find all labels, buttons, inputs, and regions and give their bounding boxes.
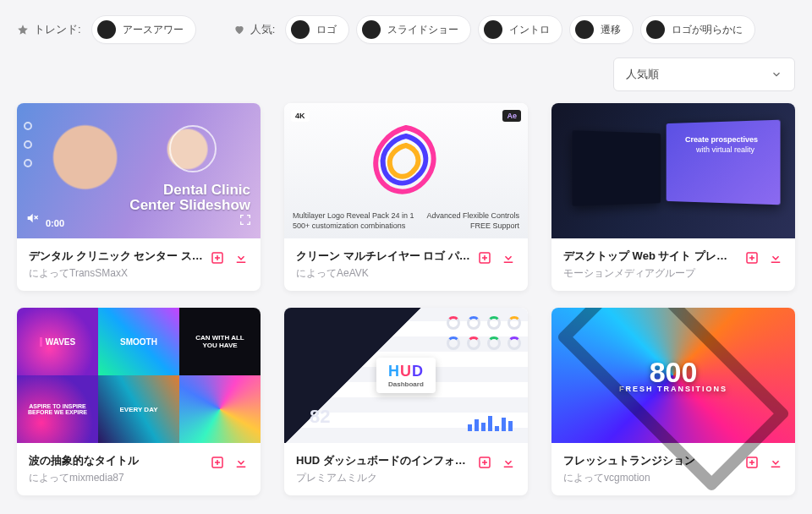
chip-thumb-icon [484, 20, 502, 39]
item-title[interactable]: クリーン マルチレイヤー ロゴ パック [296, 249, 470, 264]
mockup-dark-icon [572, 130, 661, 206]
filter-bar: トレンド: アースアワー 人気: ロゴ スライドショー イントロ 遷移 ロゴが明… [0, 0, 812, 52]
item-byline[interactable]: によってmixmedia87 [29, 471, 203, 485]
add-to-collection-button[interactable] [210, 250, 225, 265]
item-title[interactable]: HUD ダッシュボードのインフォグラ... [296, 453, 470, 468]
decor-icon [24, 122, 32, 130]
item-preview[interactable]: 4K Ae Multilayer Logo Reveal Pack 24 in … [284, 103, 528, 238]
popular-label: 人気: [233, 22, 279, 37]
preview-caption: ASPIRE TO INSPIRE BEFORE WE EXPIRE [28, 403, 87, 415]
item-meta: デンタル クリニック センター スライ... によってTransSMaxX [17, 238, 261, 291]
download-button[interactable] [501, 455, 516, 470]
logo-swirl-icon [364, 123, 448, 208]
chip-label: 遷移 [601, 23, 621, 37]
download-button[interactable] [768, 455, 783, 470]
mockup-light-icon [667, 120, 781, 205]
preview-caption: 82 [310, 406, 330, 428]
item-preview[interactable]: WAVES SMOOTH CAN WITH ALL YOU HAVE ASPIR… [17, 308, 261, 443]
decor-icon [24, 140, 32, 149]
item-preview[interactable]: 82 HUD Dashboard [284, 308, 528, 443]
chip-label: スライドショー [387, 23, 458, 37]
item-preview[interactable]: Create prospectives with virtual reality [551, 103, 795, 238]
item-meta: デスクトップ Web サイト プレゼンテ... モーションメディアグループ [551, 238, 795, 291]
chip-slideshow[interactable]: スライドショー [356, 15, 471, 44]
item-byline[interactable]: によってTransSMaxX [29, 266, 203, 281]
preview-caption: Multilayer Logo Reveal Pack 24 in 1 [293, 211, 414, 220]
bar-row-icon [468, 416, 513, 431]
chip-logo-reveal[interactable]: ロゴが明らかに [640, 15, 755, 44]
sort-selected-label: 人気順 [626, 67, 659, 82]
decor-icon [24, 159, 32, 167]
sort-row: 人気順 [0, 52, 812, 103]
preview-caption: SMOOTH [120, 337, 157, 347]
item-title[interactable]: デンタル クリニック センター スライ... [29, 249, 203, 264]
item-byline[interactable]: によってAeAVK [296, 266, 470, 281]
preview-caption: WAVES [40, 337, 75, 347]
chip-thumb-icon [362, 20, 381, 39]
preview-caption: Advanced Flexible Controls [426, 211, 519, 220]
chip-label: アースアワー [123, 23, 184, 37]
item-meta: HUD ダッシュボードのインフォグラ... プレミアムミルク [284, 443, 528, 495]
chip-thumb-icon [646, 20, 665, 39]
chip-label: ロゴ [316, 23, 337, 37]
mute-icon[interactable] [25, 211, 39, 228]
trending-label: トレンド: [17, 22, 85, 37]
mosaic-icon: WAVES SMOOTH CAN WITH ALL YOU HAVE ASPIR… [17, 308, 261, 443]
add-to-collection-button[interactable] [744, 250, 760, 265]
popular-label-text: 人気: [250, 22, 276, 37]
item-title[interactable]: 波の抽象的なタイトル [29, 453, 203, 468]
preview-caption: EVERY DAY [119, 406, 157, 413]
preview-heading: Dental Clinic Center Slideshow [129, 183, 250, 213]
add-to-collection-button[interactable] [477, 455, 492, 470]
item-title[interactable]: デスクトップ Web サイト プレゼンテ... [563, 249, 738, 264]
star-icon [17, 24, 29, 36]
add-to-collection-button[interactable] [210, 455, 225, 470]
item-preview[interactable]: 800 FRESH TRANSITIONS [551, 308, 795, 443]
decor-icon [169, 125, 217, 172]
chip-thumb-icon [575, 20, 594, 39]
item-meta: クリーン マルチレイヤー ロゴ パック によってAeAVK [284, 238, 528, 291]
badge-4k: 4K [291, 110, 310, 122]
download-button[interactable] [501, 250, 516, 265]
trending-label-text: トレンド: [34, 22, 81, 37]
heart-icon [233, 24, 245, 36]
item-preview[interactable]: Dental Clinic Center Slideshow 0:00 [17, 103, 261, 238]
item-meta: 波の抽象的なタイトル によってmixmedia87 [17, 443, 261, 495]
item-card[interactable]: 82 HUD Dashboard HUD ダッシュボードのインフォグラ... プ… [284, 308, 528, 495]
chevron-down-icon [771, 68, 782, 80]
preview-time: 0:00 [46, 218, 64, 228]
chip-earth-hour[interactable]: アースアワー [91, 15, 196, 44]
chip-thumb-icon [291, 20, 310, 39]
chip-label: イントロ [509, 23, 550, 37]
results-grid: Dental Clinic Center Slideshow 0:00 デンタル… [0, 103, 812, 512]
preview-caption: CAN WITH ALL YOU HAVE [195, 334, 244, 349]
item-byline[interactable]: プレミアムミルク [296, 471, 470, 485]
hud-brand-badge: HUD Dashboard [376, 358, 436, 393]
item-byline[interactable]: モーションメディアグループ [563, 266, 738, 281]
item-card[interactable]: Create prospectives with virtual reality… [551, 103, 795, 291]
add-to-collection-button[interactable] [477, 250, 492, 265]
preview-caption: 500+ customization combinations [293, 221, 405, 230]
chip-label: ロゴが明らかに [672, 23, 743, 37]
donut-row-icon [447, 316, 521, 350]
chip-logo[interactable]: ロゴ [285, 15, 349, 44]
item-card[interactable]: WAVES SMOOTH CAN WITH ALL YOU HAVE ASPIR… [17, 308, 261, 495]
download-button[interactable] [233, 455, 249, 470]
fullscreen-icon[interactable] [239, 213, 252, 230]
chip-thumb-icon [97, 20, 116, 39]
item-card[interactable]: 800 FRESH TRANSITIONS フレッシュトランジション によってv… [551, 308, 795, 495]
preview-heading: 800 FRESH TRANSITIONS [619, 359, 727, 392]
chip-intro[interactable]: イントロ [478, 15, 562, 44]
sort-dropdown[interactable]: 人気順 [613, 57, 795, 91]
preview-caption: FREE Support [470, 221, 519, 230]
preview-caption: Create prospectives [685, 135, 758, 144]
badge-ae: Ae [502, 110, 521, 122]
chip-transitions[interactable]: 遷移 [569, 15, 634, 44]
item-card[interactable]: Dental Clinic Center Slideshow 0:00 デンタル… [17, 103, 261, 291]
download-button[interactable] [768, 250, 783, 265]
download-button[interactable] [233, 250, 249, 265]
preview-caption: with virtual reality [696, 145, 754, 154]
item-card[interactable]: 4K Ae Multilayer Logo Reveal Pack 24 in … [284, 103, 528, 291]
